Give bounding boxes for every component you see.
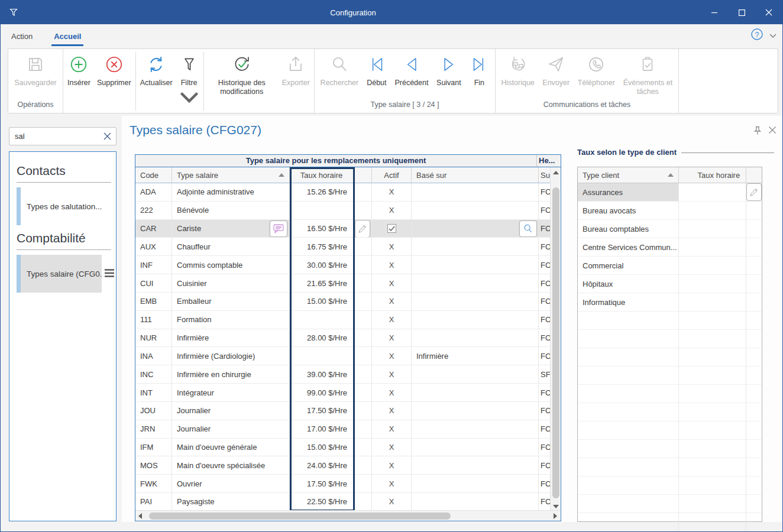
scroll-right-icon[interactable] <box>550 510 561 521</box>
scrollbar-thumb[interactable] <box>149 512 451 520</box>
column-header-base-sur[interactable]: Basé sur <box>412 167 539 183</box>
ribbon-collapse-button[interactable] <box>769 30 776 41</box>
table-row[interactable]: IFMMain d'oeuvre générale15.00 $/HreXFO <box>135 439 561 457</box>
actualiser-button[interactable]: Actualiser <box>138 52 175 111</box>
precedent-button[interactable]: Précédent <box>392 52 431 98</box>
table-row[interactable]: Bureau comptables <box>578 220 762 238</box>
table-row[interactable]: Informatique <box>578 293 762 312</box>
hamburger-icon[interactable] <box>104 268 115 280</box>
telephoner-button[interactable]: Téléphoner <box>575 52 617 98</box>
scrollbar-thumb[interactable] <box>552 187 559 498</box>
table-row-empty[interactable] <box>578 403 762 421</box>
table-row[interactable]: Commercial <box>578 257 762 275</box>
minimize-button[interactable] <box>701 1 728 24</box>
table-row[interactable]: Bureau avocats <box>578 202 762 220</box>
tab-action[interactable]: Action <box>1 27 43 47</box>
table-row[interactable]: INTIntégrateur99.00 $/HreXFO <box>135 384 561 402</box>
cell-edit <box>354 493 372 511</box>
column-header-type-client[interactable]: Type client <box>578 167 679 183</box>
maximize-button[interactable] <box>728 1 755 24</box>
table-row-empty[interactable] <box>578 385 762 403</box>
help-button[interactable]: ? <box>750 28 763 43</box>
close-button[interactable] <box>755 1 782 24</box>
edit-icon[interactable] <box>746 183 762 201</box>
cell-code: INC <box>135 365 172 383</box>
supprimer-button[interactable]: Supprimer <box>95 52 134 111</box>
column-header-taux-horaire[interactable]: Taux horaire <box>290 167 354 183</box>
sauvegarder-button[interactable]: Sauvegarder <box>12 52 59 98</box>
cell-type-client: Bureau avocats <box>578 202 679 219</box>
table-row[interactable]: JRNJournalier17.00 $/HreXFO <box>135 420 561 439</box>
cell-actif: X <box>372 256 412 274</box>
table-row[interactable]: FWKOuvrier17.50 $/HreXFO <box>135 475 561 493</box>
table-row[interactable]: CUICuisinier21.65 $/HreXFO <box>135 274 561 293</box>
table-row-empty[interactable] <box>578 476 762 495</box>
column-header-empty[interactable] <box>354 167 372 183</box>
table-row-empty[interactable] <box>578 513 762 531</box>
ribbon-group-type-salaire-3-24: RechercherDébutPrécédentSuivantFinType s… <box>315 49 496 113</box>
column-header-su[interactable]: Su <box>539 167 551 183</box>
edit-icon[interactable] <box>355 220 370 238</box>
table-row[interactable]: 111FormationXFO <box>135 311 561 329</box>
table-row[interactable]: INCInfirmière en chirurgie39.00 $/HreXSF <box>135 365 561 384</box>
suivant-button[interactable]: Suivant <box>434 52 464 98</box>
rechercher-button[interactable]: Rechercher <box>318 52 361 98</box>
table-row-empty[interactable] <box>578 348 762 366</box>
table-row[interactable]: Centre Services Commun... <box>578 238 762 257</box>
table-row-empty[interactable] <box>578 440 762 458</box>
table-row[interactable]: JOUJournalier17.50 $/HreXFO <box>135 402 561 420</box>
table-row[interactable]: INAInfirmière (Cardiologie)XInfirmièreFO <box>135 347 561 365</box>
scroll-up-icon[interactable] <box>551 167 561 177</box>
debut-button[interactable]: Début <box>364 52 389 98</box>
search-clear-icon[interactable] <box>98 128 116 145</box>
table-row[interactable]: AUXChauffeur16.75 $/HreXFO <box>135 238 561 256</box>
sidebar-item-types-de-salutation[interactable]: Types de salutation... <box>17 187 116 225</box>
table-row[interactable]: NURInfirmière28.00 $/HreXFO <box>135 329 561 348</box>
scrollbar-horizontal[interactable] <box>135 510 551 521</box>
table-row[interactable]: MOSMain d'oeuvre spécialisée24.00 $/HreX… <box>135 456 561 475</box>
table-row[interactable]: Assurances <box>578 183 762 202</box>
sidebar-item-types-salaire[interactable]: Types salaire (CFG0... <box>17 255 116 293</box>
column-header-empty[interactable] <box>746 167 762 183</box>
inserer-button[interactable]: Insérer <box>65 52 93 111</box>
pin-button[interactable] <box>753 126 762 138</box>
sidebar-search[interactable]: sal <box>9 127 117 145</box>
historique-des-modifications-button[interactable]: Historique des modifications <box>206 52 278 111</box>
evenements-et-taches-button[interactable]: Événements et tâches <box>620 52 675 98</box>
close-panel-button[interactable] <box>768 126 776 138</box>
tab-accueil[interactable]: Accueil <box>43 27 92 47</box>
comment-icon[interactable] <box>270 220 287 237</box>
fin-button[interactable]: Fin <box>467 52 491 98</box>
table-row-empty[interactable] <box>578 366 762 385</box>
column-header-actif[interactable]: Actif <box>372 167 412 183</box>
cell-suite: FO <box>539 311 551 329</box>
scrollbar-vertical[interactable] <box>550 167 561 511</box>
cell-taux-horaire <box>679 220 746 238</box>
table-row-empty[interactable] <box>578 495 762 513</box>
lookup-icon[interactable] <box>519 220 537 237</box>
column-header-taux-horaire[interactable]: Taux horaire <box>679 167 746 183</box>
cell-text: Cuisinier <box>177 279 207 288</box>
table-row-empty[interactable] <box>578 330 762 348</box>
column-header-type-salaire[interactable]: Type salaire <box>172 167 290 183</box>
table-row[interactable]: INFCommis comptable30.00 $/HreXFO <box>135 256 561 274</box>
table-row[interactable]: Hôpitaux <box>578 275 762 293</box>
search-input[interactable]: sal <box>9 132 98 141</box>
table-row-empty[interactable] <box>578 421 762 440</box>
filtre-button[interactable]: Filtre <box>177 52 202 111</box>
envoyer-button[interactable]: Envoyer <box>540 52 572 98</box>
historique-button[interactable]: Historique <box>499 52 537 98</box>
scroll-left-icon[interactable] <box>135 511 145 521</box>
table-row[interactable]: PAIPaysagiste22.50 $/HreXFO <box>135 493 561 511</box>
table-row[interactable]: EMBEmballeur15.00 $/HreXFO <box>135 293 561 311</box>
table-row[interactable]: 222BénévoleXFO <box>135 202 561 220</box>
table-row-empty[interactable] <box>578 312 762 330</box>
table-row-empty[interactable] <box>578 458 762 476</box>
cell-suite: FO <box>539 220 551 238</box>
cell-taux-horaire: 16.75 $/Hre <box>290 238 354 255</box>
checkbox-checked[interactable] <box>387 224 396 233</box>
table-row[interactable]: ADAAdjointe administrative15.26 $/HreXFO <box>135 183 561 202</box>
exporter-button[interactable]: Exporter <box>280 52 312 111</box>
table-row[interactable]: CARCariste16.50 $/HreFO <box>135 220 561 238</box>
column-header-code[interactable]: Code <box>135 167 172 183</box>
